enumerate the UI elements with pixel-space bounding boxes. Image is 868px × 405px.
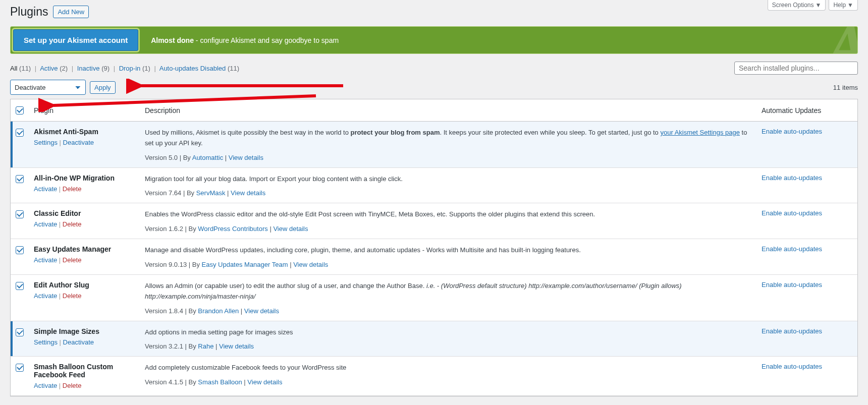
plugin-meta: Version 4.1.5 | By Smash Balloon | View … xyxy=(145,378,751,386)
view-details-link[interactable]: View details xyxy=(231,189,265,197)
delete-link[interactable]: Delete xyxy=(63,382,82,389)
plugin-description: Add completely customizable Facebook fee… xyxy=(145,363,751,373)
annotation-arrow-apply xyxy=(126,79,348,96)
deactivate-link[interactable]: Deactivate xyxy=(63,139,94,146)
plugin-meta: Version 7.64 | By ServMask | View detail… xyxy=(145,189,751,197)
activate-link[interactable]: Activate xyxy=(34,220,57,228)
filter-links: All (11) | Active (2) | Inactive (9) | D… xyxy=(10,65,239,72)
search-input[interactable] xyxy=(734,62,858,75)
col-description-header: Description xyxy=(140,99,756,122)
view-details-link[interactable]: View details xyxy=(273,225,308,233)
row-checkbox[interactable] xyxy=(16,246,24,254)
view-details-link[interactable]: View details xyxy=(247,378,282,386)
enable-auto-updates-link[interactable]: Enable auto-updates xyxy=(762,327,822,335)
page-title: Plugins xyxy=(10,5,48,19)
plugin-description: Enables the WordPress classic editor and… xyxy=(145,209,751,220)
plugins-table: Plugin Description Automatic Updates Aki… xyxy=(10,99,858,396)
apply-button[interactable]: Apply xyxy=(90,81,116,94)
plugin-name: Edit Author Slug xyxy=(34,281,135,289)
enable-auto-updates-link[interactable]: Enable auto-updates xyxy=(762,209,822,217)
bulk-action-select[interactable]: Deactivate xyxy=(10,80,86,95)
enable-auto-updates-link[interactable]: Enable auto-updates xyxy=(762,128,822,135)
screen-options-button[interactable]: Screen Options ▼ xyxy=(768,0,826,11)
activate-link[interactable]: Activate xyxy=(34,292,57,300)
table-row: Easy Updates ManagerActivate | DeleteMan… xyxy=(11,239,857,275)
view-details-link[interactable]: View details xyxy=(244,307,279,315)
activate-link[interactable]: Activate xyxy=(34,382,57,389)
filter-active[interactable]: Active (2) xyxy=(40,65,68,72)
help-label: Help xyxy=(833,2,846,9)
plugin-name: Simple Image Sizes xyxy=(34,327,135,335)
plugin-name: Classic Editor xyxy=(34,209,135,217)
plugin-meta: Version 1.8.4 | By Brandon Allen | View … xyxy=(145,307,751,315)
settings-link[interactable]: Settings xyxy=(34,139,58,146)
view-details-link[interactable]: View details xyxy=(219,342,254,350)
plugin-name: Akismet Anti-Spam xyxy=(34,128,135,136)
filter-all[interactable]: All (11) xyxy=(10,65,31,72)
col-plugin-header[interactable]: Plugin xyxy=(29,99,140,122)
plugin-description: Manage and disable WordPress updates, in… xyxy=(145,245,751,256)
row-actions: Activate | Delete xyxy=(34,185,135,193)
enable-auto-updates-link[interactable]: Enable auto-updates xyxy=(762,363,822,370)
author-link[interactable]: ServMask xyxy=(196,189,226,197)
author-link[interactable]: Easy Updates Manager Team xyxy=(202,261,288,268)
row-checkbox[interactable] xyxy=(16,328,24,336)
plugin-meta: Version 3.2.1 | By Rahe | View details xyxy=(145,342,751,350)
row-actions: Activate | Delete xyxy=(34,382,135,389)
author-link[interactable]: Rahe xyxy=(198,342,213,350)
screen-options-label: Screen Options xyxy=(772,2,814,9)
row-actions: Activate | Delete xyxy=(34,292,135,300)
author-link[interactable]: Automattic xyxy=(192,154,223,161)
plugin-meta: Version 9.0.13 | By Easy Updates Manager… xyxy=(145,261,751,268)
chevron-down-icon: ▼ xyxy=(847,2,853,9)
enable-auto-updates-link[interactable]: Enable auto-updates xyxy=(762,174,822,182)
chevron-down-icon: ▼ xyxy=(816,2,822,9)
add-new-button[interactable]: Add New xyxy=(53,6,89,18)
deactivate-link[interactable]: Deactivate xyxy=(63,338,94,346)
plugin-name: All-in-One WP Migration xyxy=(34,174,135,182)
view-details-link[interactable]: View details xyxy=(229,154,263,161)
row-actions: Activate | Delete xyxy=(34,256,135,264)
desc-link[interactable]: your Akismet Settings page xyxy=(660,129,740,136)
row-actions: Activate | Delete xyxy=(34,220,135,228)
akismet-setup-banner: A Set up your Akismet account Almost don… xyxy=(10,26,858,54)
enable-auto-updates-link[interactable]: Enable auto-updates xyxy=(762,281,822,288)
row-checkbox[interactable] xyxy=(16,175,24,183)
delete-link[interactable]: Delete xyxy=(63,256,82,264)
settings-link[interactable]: Settings xyxy=(34,338,58,346)
delete-link[interactable]: Delete xyxy=(63,220,82,228)
plugin-meta: Version 5.0 | By Automattic | View detai… xyxy=(145,154,751,161)
plugin-description: Migration tool for all your blog data. I… xyxy=(145,174,751,185)
row-checkbox[interactable] xyxy=(16,210,24,218)
delete-link[interactable]: Delete xyxy=(63,185,82,193)
plugin-name: Easy Updates Manager xyxy=(34,245,135,253)
author-link[interactable]: WordPress Contributors xyxy=(198,225,267,233)
row-checkbox[interactable] xyxy=(16,364,24,372)
author-link[interactable]: Smash Balloon xyxy=(198,378,242,386)
col-auto-updates-header: Automatic Updates xyxy=(756,99,857,122)
items-count: 11 items xyxy=(833,84,858,91)
filter-auto-disabled[interactable]: Auto-updates Disabled (11) xyxy=(159,65,239,72)
plugin-description: Add options in media setting page for im… xyxy=(145,327,751,338)
view-details-link[interactable]: View details xyxy=(293,261,328,268)
activate-link[interactable]: Activate xyxy=(34,185,57,193)
select-all-checkbox[interactable] xyxy=(16,106,24,114)
setup-akismet-button[interactable]: Set up your Akismet account xyxy=(13,29,138,51)
filter-dropin[interactable]: Drop-in (1) xyxy=(119,65,150,72)
row-actions: Settings | Deactivate xyxy=(34,139,135,146)
plugin-description: Used by millions, Akismet is quite possi… xyxy=(145,128,751,149)
author-link[interactable]: Brandon Allen xyxy=(198,307,239,315)
row-checkbox[interactable] xyxy=(16,129,24,137)
akismet-logo-icon: A xyxy=(827,26,858,54)
enable-auto-updates-link[interactable]: Enable auto-updates xyxy=(762,245,822,253)
plugin-meta: Version 1.6.2 | By WordPress Contributor… xyxy=(145,225,751,233)
delete-link[interactable]: Delete xyxy=(63,292,82,300)
activate-link[interactable]: Activate xyxy=(34,256,57,264)
row-checkbox[interactable] xyxy=(16,282,24,290)
table-row: All-in-One WP MigrationActivate | Delete… xyxy=(11,168,857,204)
help-button[interactable]: Help ▼ xyxy=(829,0,858,11)
filter-inactive[interactable]: Inactive (9) xyxy=(77,65,110,72)
banner-message: Almost done - configure Akismet and say … xyxy=(151,36,339,44)
table-row: Simple Image SizesSettings | DeactivateA… xyxy=(11,321,857,357)
row-actions: Settings | Deactivate xyxy=(34,338,135,346)
